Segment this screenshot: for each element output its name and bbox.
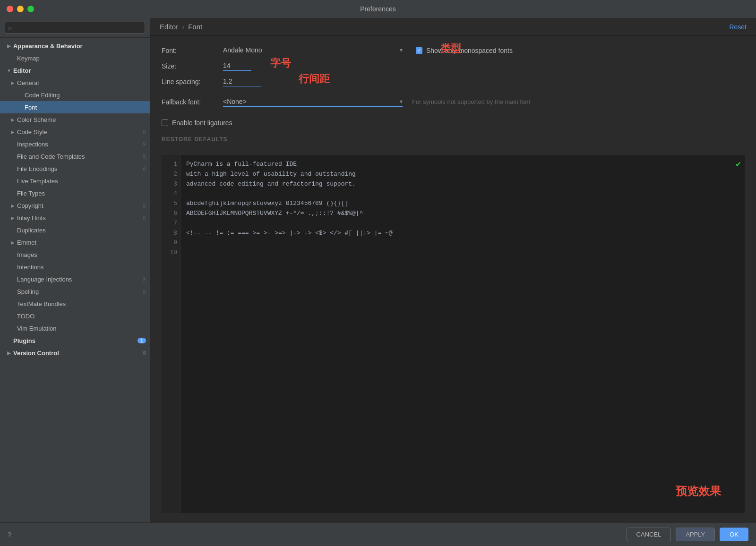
main-container: Appearance & BehaviorKeymapEditorGeneral… <box>0 18 756 522</box>
sidebar-label-plugins: Plugins <box>13 337 35 344</box>
line-number: 1 <box>164 160 177 170</box>
sidebar-item-todo[interactable]: TODO <box>0 310 150 322</box>
line-number: 4 <box>164 189 177 199</box>
sidebar-item-plugins[interactable]: Plugins1 <box>0 334 150 347</box>
search-input[interactable] <box>5 22 145 34</box>
sidebar-label-file-types: File Types <box>17 190 45 197</box>
sidebar-list: Appearance & BehaviorKeymapEditorGeneral… <box>0 38 150 522</box>
preview-area: 12345678910 PyCharm is a full-featured I… <box>162 155 745 513</box>
breadcrumb-parent[interactable]: Editor <box>160 23 178 31</box>
sidebar-item-font[interactable]: Font <box>0 101 150 113</box>
help-button[interactable]: ? <box>8 530 11 538</box>
title-bar: Preferences <box>0 0 756 18</box>
sidebar-label-duplicates: Duplicates <box>17 227 46 234</box>
size-row: Size: 字号 <box>162 61 745 71</box>
restore-defaults-button[interactable]: RESTORE DEFAULTS <box>162 136 745 143</box>
sidebar-item-keymap[interactable]: Keymap <box>0 52 150 64</box>
ligatures-checkbox[interactable] <box>162 119 168 126</box>
sidebar-item-version-control[interactable]: Version Control⎘ <box>0 347 150 359</box>
sidebar-item-code-editing[interactable]: Code Editing <box>0 89 150 101</box>
size-input[interactable] <box>223 61 251 71</box>
sidebar-label-version-control: Version Control <box>13 350 59 357</box>
expand-arrow-emmet <box>9 239 16 246</box>
sidebar: Appearance & BehaviorKeymapEditorGeneral… <box>0 18 150 522</box>
fallback-font-row: Fallback font: <None> ▾ For symbols not … <box>162 97 745 107</box>
line-numbers: 12345678910 <box>162 155 180 513</box>
code-content: PyCharm is a full-featured IDE with a hi… <box>180 155 745 513</box>
font-dropdown[interactable]: Andale Mono ▾ <box>223 45 403 55</box>
size-annotation: 字号 <box>270 56 291 70</box>
sidebar-label-intentions: Intentions <box>17 264 43 271</box>
sidebar-item-textmate-bundles[interactable]: TextMate Bundles <box>0 298 150 310</box>
copy-icon-spelling: ⎘ <box>143 289 146 294</box>
breadcrumb-separator: › <box>182 23 184 31</box>
sidebar-item-color-scheme[interactable]: Color Scheme <box>0 113 150 126</box>
sidebar-label-language-injections: Language Injections <box>17 276 72 283</box>
sidebar-label-keymap: Keymap <box>17 55 40 62</box>
monospaced-checkbox[interactable] <box>416 47 422 54</box>
sidebar-item-emmet[interactable]: Emmet <box>0 236 150 248</box>
sidebar-label-spelling: Spelling <box>17 288 39 295</box>
sidebar-item-spelling[interactable]: Spelling⎘ <box>0 285 150 298</box>
cancel-button[interactable]: CANCEL <box>627 528 671 541</box>
badge-plugins: 1 <box>137 338 146 343</box>
expand-arrow-general <box>9 79 16 86</box>
apply-button[interactable]: APPLY <box>676 528 715 541</box>
line-spacing-row: Line spacing: 行间距 <box>162 77 745 86</box>
copy-icon-file-encodings: ⎘ <box>143 166 146 171</box>
expand-arrow-inlay-hints <box>9 214 16 221</box>
font-value: Andale Mono <box>223 46 400 54</box>
line-number: 9 <box>164 238 177 248</box>
expand-arrow-copyright <box>9 202 16 209</box>
sidebar-item-file-encodings[interactable]: File Encodings⎘ <box>0 162 150 175</box>
line-spacing-annotation: 行间距 <box>299 72 330 86</box>
breadcrumb: Editor › Font <box>160 23 202 31</box>
minimize-button[interactable] <box>17 6 24 12</box>
expand-arrow-version-control <box>6 350 12 356</box>
fallback-font-dropdown[interactable]: <None> ▾ <box>223 97 403 107</box>
breadcrumb-current: Font <box>188 23 202 31</box>
sidebar-item-file-types[interactable]: File Types <box>0 187 150 199</box>
sidebar-label-todo: TODO <box>17 313 34 320</box>
size-label: Size: <box>162 62 223 70</box>
reset-button[interactable]: Reset <box>729 23 747 31</box>
line-number: 7 <box>164 219 177 229</box>
sidebar-item-editor[interactable]: Editor <box>0 64 150 77</box>
ok-button[interactable]: OK <box>720 528 748 541</box>
sidebar-item-vim-emulation[interactable]: Vim Emulation <box>0 322 150 334</box>
expand-arrow-editor <box>6 67 12 74</box>
restore-section: RESTORE DEFAULTS <box>162 136 745 147</box>
ligatures-row: Enable font ligatures <box>162 119 745 127</box>
copy-icon-file-code-templates: ⎘ <box>143 154 146 159</box>
sidebar-label-font: Font <box>25 104 37 111</box>
line-spacing-input[interactable] <box>223 77 261 86</box>
sidebar-label-file-encodings: File Encodings <box>17 165 57 172</box>
font-dropdown-arrow: ▾ <box>400 47 403 53</box>
sidebar-label-appearance: Appearance & Behavior <box>13 43 83 50</box>
sidebar-item-code-style[interactable]: Code Style⎘ <box>0 126 150 138</box>
sidebar-item-live-templates[interactable]: Live Templates <box>0 175 150 187</box>
sidebar-item-appearance[interactable]: Appearance & Behavior <box>0 40 150 52</box>
sidebar-item-duplicates[interactable]: Duplicates <box>0 224 150 236</box>
content-header: Editor › Font Reset <box>150 18 756 36</box>
copy-icon-language-injections: ⎘ <box>143 276 146 282</box>
sidebar-item-language-injections[interactable]: Language Injections⎘ <box>0 273 150 285</box>
maximize-button[interactable] <box>27 6 34 12</box>
sidebar-label-file-code-templates: File and Code Templates <box>17 153 85 160</box>
content-panel: Editor › Font Reset Font: Andale Mono ▾ … <box>150 18 756 522</box>
sidebar-item-inspections[interactable]: Inspections⎘ <box>0 138 150 150</box>
window-title: Preferences <box>360 5 395 13</box>
sidebar-label-color-scheme: Color Scheme <box>17 116 56 123</box>
copy-icon-code-style: ⎘ <box>143 129 146 135</box>
fallback-font-arrow: ▾ <box>400 98 403 105</box>
sidebar-item-file-code-templates[interactable]: File and Code Templates⎘ <box>0 150 150 162</box>
copy-icon-inspections: ⎘ <box>143 141 146 147</box>
sidebar-item-general[interactable]: General <box>0 77 150 89</box>
line-number: 2 <box>164 170 177 179</box>
monospaced-label: Show only monospaced fonts <box>426 47 513 54</box>
close-button[interactable] <box>7 6 13 12</box>
sidebar-item-intentions[interactable]: Intentions <box>0 261 150 273</box>
sidebar-item-images[interactable]: Images <box>0 248 150 261</box>
sidebar-item-copyright[interactable]: Copyright⎘ <box>0 199 150 212</box>
sidebar-item-inlay-hints[interactable]: Inlay Hints⎘ <box>0 212 150 224</box>
